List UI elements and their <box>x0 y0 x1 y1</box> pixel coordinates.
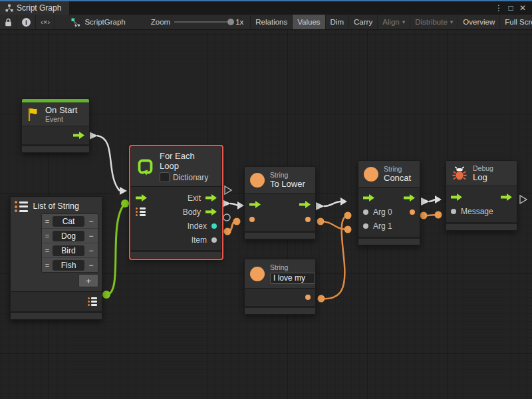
index-output-port[interactable] <box>211 223 217 229</box>
list-item-row: = Cat − <box>42 214 98 229</box>
zoom-value: 1x <box>235 18 243 26</box>
port-label: Arg 0 <box>373 207 392 217</box>
node-footer <box>22 144 89 152</box>
zoom-slider[interactable] <box>174 21 231 23</box>
drag-handle[interactable]: = <box>44 217 51 225</box>
zoom-slider-thumb[interactable] <box>227 19 234 25</box>
drag-handle[interactable]: = <box>44 247 51 255</box>
list-output-port[interactable] <box>88 297 98 306</box>
lock-button[interactable] <box>0 15 17 29</box>
add-item-button[interactable]: + <box>78 274 98 287</box>
node-to-lower[interactable]: String To Lower <box>244 166 316 239</box>
remove-item-button[interactable]: − <box>86 246 96 255</box>
maximize-icon[interactable]: □ <box>505 3 516 13</box>
string-input-port[interactable] <box>249 217 255 222</box>
port-row-message: Message <box>446 204 517 218</box>
node-on-start[interactable]: On Start Event <box>21 98 90 153</box>
info-icon: i <box>22 18 31 27</box>
chevron-down-icon: ▾ <box>402 19 406 25</box>
values-toggle[interactable]: Values <box>293 15 325 29</box>
string-icon <box>250 267 265 281</box>
tab-bar: Script Graph ⋮ □ ✕ <box>0 1 532 15</box>
body-output-port[interactable] <box>205 208 217 215</box>
align-dropdown[interactable]: Align ▾ <box>378 15 410 29</box>
port-label: Arg 1 <box>373 221 392 231</box>
list-item-field[interactable]: Bird <box>53 245 84 256</box>
arg0-input-port[interactable] <box>363 209 368 215</box>
node-footer <box>245 306 315 314</box>
flow-input-port[interactable] <box>249 201 261 208</box>
string-output-port[interactable] <box>410 209 415 215</box>
tab-script-graph[interactable]: Script Graph <box>0 1 69 15</box>
list-item-field[interactable]: Cat <box>53 216 84 227</box>
exit-output-port[interactable] <box>205 194 217 201</box>
flow-endpoint <box>89 132 98 140</box>
flow-input-port[interactable] <box>451 194 462 201</box>
lock-icon <box>5 18 12 27</box>
node-for-each-loop[interactable]: For Each Loop Dictionary Exit <box>130 146 222 259</box>
overview-button[interactable]: Overview <box>458 15 500 29</box>
node-string-literal[interactable]: String I love my <box>244 259 316 315</box>
port-row-index: Index <box>131 219 221 233</box>
node-category: String <box>270 263 315 271</box>
node-list-of-string[interactable]: List of String = Cat − = Dog − = <box>10 196 102 320</box>
string-value-input[interactable]: I love my <box>270 273 315 284</box>
node-concat[interactable]: String Concat Arg 0 Arg 1 <box>358 160 420 245</box>
drag-handle[interactable]: = <box>44 232 51 240</box>
item-output-port[interactable] <box>211 237 217 243</box>
flow-output-port[interactable] <box>299 201 311 208</box>
node-footer <box>245 231 315 239</box>
node-debug-log[interactable]: Debug Log Message <box>446 160 517 231</box>
port-label: Message <box>461 207 493 216</box>
port-row-item: Item <box>131 233 221 247</box>
dim-toggle[interactable]: Dim <box>326 15 349 29</box>
code-view-icon: ‹×› <box>41 18 50 26</box>
port-row-arg1: Arg 1 <box>358 219 420 233</box>
list-item-field[interactable]: Dog <box>53 231 84 241</box>
flow-arrowhead <box>120 187 127 195</box>
port-label: Item <box>192 235 207 245</box>
graph-breadcrumb[interactable]: ScriptGraph <box>65 15 132 29</box>
distribute-dropdown[interactable]: Distribute ▾ <box>410 15 458 29</box>
drag-handle[interactable]: = <box>44 261 51 269</box>
window-menu-icon[interactable]: ⋮ <box>493 3 504 13</box>
script-graph-window: Script Graph ⋮ □ ✕ i ‹×› <box>0 0 532 399</box>
remove-item-button[interactable]: − <box>86 231 96 241</box>
port-row-flow <box>358 190 420 205</box>
string-output-port[interactable] <box>305 295 311 300</box>
flow-output-port[interactable] <box>501 194 512 201</box>
list-editor: = Cat − = Dog − = Bird − = <box>41 213 98 273</box>
chevron-down-icon: ▾ <box>450 19 454 25</box>
port-row-exit: Exit <box>131 191 221 205</box>
list-item-field[interactable]: Fish <box>53 260 84 271</box>
flow-input-port[interactable] <box>136 194 147 201</box>
port-label: Index <box>188 221 207 231</box>
index-unconnected-marker <box>223 214 230 221</box>
remove-item-button[interactable]: − <box>86 217 96 226</box>
node-subtitle: Event <box>45 115 77 123</box>
loop-icon <box>136 158 154 176</box>
remove-item-button[interactable]: − <box>86 261 96 270</box>
flow-output-port[interactable] <box>404 194 415 201</box>
string-output-port[interactable] <box>305 217 311 222</box>
arg1-input-port[interactable] <box>363 223 368 229</box>
node-title: To Lower <box>270 179 305 189</box>
close-icon[interactable]: ✕ <box>517 3 528 13</box>
port-row-body: Body <box>131 205 221 219</box>
port-row-flow <box>245 197 315 211</box>
carry-toggle[interactable]: Carry <box>349 15 378 29</box>
flow-input-port[interactable] <box>363 194 374 201</box>
flow-output-port[interactable] <box>73 132 84 139</box>
graph-icon <box>5 4 13 12</box>
inspect-button[interactable]: i <box>17 15 36 29</box>
fullscreen-button[interactable]: Full Screen <box>500 15 532 29</box>
log-exit-unconnected-marker <box>520 196 527 203</box>
message-input-port[interactable] <box>451 209 456 214</box>
dictionary-checkbox[interactable] <box>160 172 170 182</box>
graph-canvas[interactable]: On Start Event <box>0 29 532 399</box>
scriptgraph-icon <box>71 18 80 27</box>
port-row-value <box>245 211 315 227</box>
code-view-button[interactable]: ‹×› <box>36 15 55 29</box>
list-input-port[interactable] <box>136 207 146 216</box>
relations-toggle[interactable]: Relations <box>251 15 293 29</box>
